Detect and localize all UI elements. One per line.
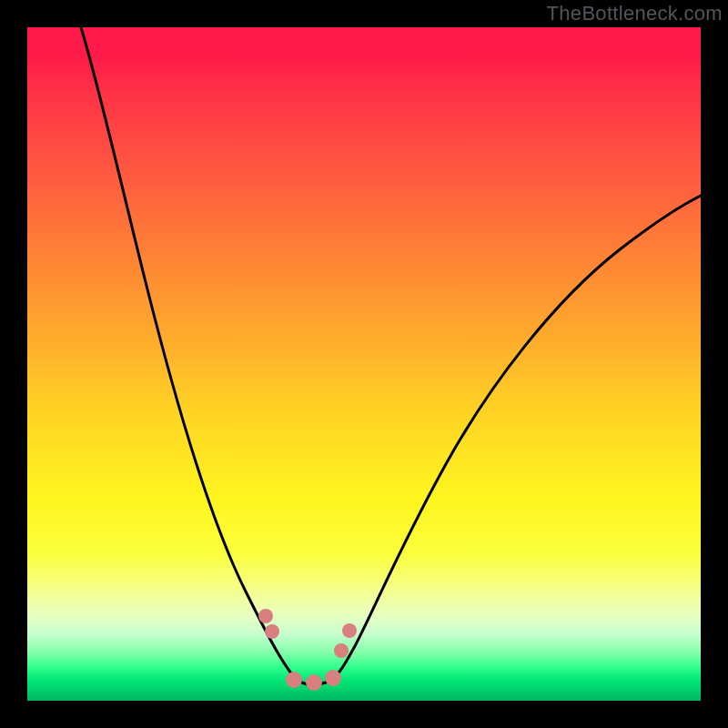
marker-dot bbox=[306, 674, 322, 691]
marker-dot bbox=[258, 609, 273, 623]
marker-dots-group bbox=[258, 609, 357, 691]
bottleneck-curve-path bbox=[81, 27, 701, 685]
marker-dot bbox=[286, 672, 302, 688]
marker-dot bbox=[334, 643, 349, 658]
watermark-text: TheBottleneck.com bbox=[547, 2, 723, 25]
plot-area bbox=[27, 27, 701, 701]
marker-dot bbox=[325, 670, 341, 686]
bottleneck-curve-svg bbox=[27, 27, 701, 701]
marker-dot bbox=[342, 623, 357, 638]
chart-frame: TheBottleneck.com bbox=[0, 0, 728, 728]
marker-dot bbox=[265, 624, 279, 639]
